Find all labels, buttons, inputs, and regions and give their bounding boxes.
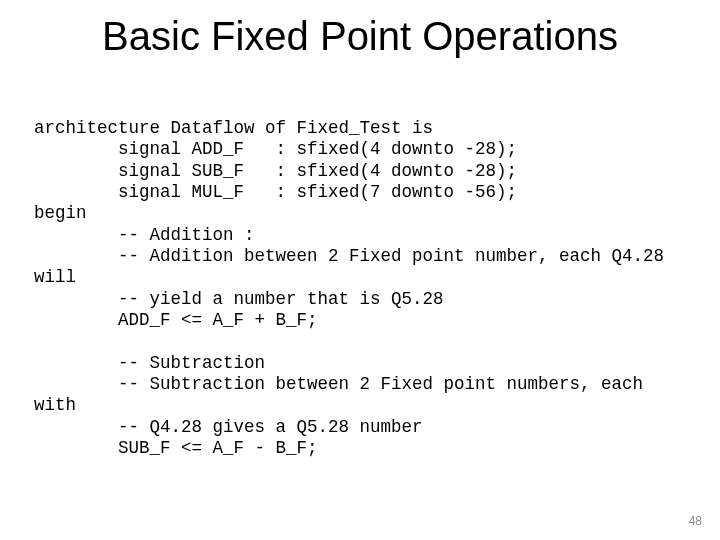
code-line: architecture Dataflow of Fixed_Test is (34, 118, 433, 138)
code-line: ADD_F <= A_F + B_F; (34, 310, 318, 330)
code-line: SUB_F <= A_F - B_F; (34, 438, 318, 458)
code-line: -- Subtraction between 2 Fixed point num… (34, 374, 643, 394)
code-block: architecture Dataflow of Fixed_Test is s… (34, 118, 690, 460)
page-number: 48 (689, 514, 702, 528)
slide: Basic Fixed Point Operations architectur… (0, 0, 720, 540)
code-line: -- Q4.28 gives a Q5.28 number (34, 417, 423, 437)
code-line: begin (34, 203, 87, 223)
code-line: will (34, 267, 76, 287)
code-line: -- Addition : (34, 225, 255, 245)
code-line: -- Subtraction (34, 353, 265, 373)
code-line: -- yield a number that is Q5.28 (34, 289, 444, 309)
code-line: with (34, 395, 76, 415)
code-line: signal MUL_F : sfixed(7 downto -56); (34, 182, 517, 202)
code-line: signal SUB_F : sfixed(4 downto -28); (34, 161, 517, 181)
code-line: signal ADD_F : sfixed(4 downto -28); (34, 139, 517, 159)
slide-title: Basic Fixed Point Operations (0, 14, 720, 59)
code-line: -- Addition between 2 Fixed point number… (34, 246, 664, 266)
